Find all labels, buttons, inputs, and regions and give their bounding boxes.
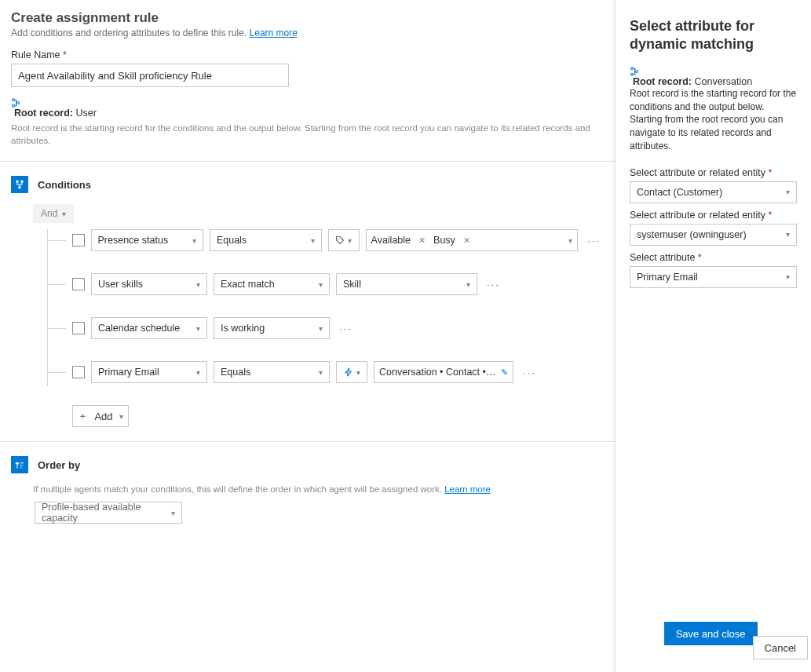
remove-tag-icon[interactable]: ✕ bbox=[415, 236, 429, 246]
chevron-down-icon: ▾ bbox=[356, 368, 360, 377]
order-by-select[interactable]: Profile-based available capacity▾ bbox=[35, 502, 182, 524]
row-checkbox[interactable] bbox=[72, 366, 85, 378]
conditions-section: Conditions And ▾ Presence status▾ Equals… bbox=[0, 161, 615, 427]
conditions-title: Conditions bbox=[38, 179, 91, 191]
conditions-header: Conditions bbox=[11, 176, 604, 193]
svg-point-2 bbox=[17, 102, 20, 104]
svg-point-1 bbox=[13, 104, 15, 107]
value-multiselect[interactable]: Available ✕ Busy ✕ ▾ bbox=[366, 229, 579, 251]
chevron-down-icon: ▾ bbox=[319, 280, 323, 289]
root-record-desc: Root record is the starting record for t… bbox=[11, 122, 604, 147]
dynamic-matching-panel: Select attribute for dynamic matching Ro… bbox=[615, 0, 811, 672]
page-subtitle: Add conditions and ordering attributes t… bbox=[11, 27, 604, 38]
order-by-section: Order by If multiple agents match your c… bbox=[0, 441, 615, 524]
row-checkbox[interactable] bbox=[72, 322, 85, 334]
chevron-down-icon: ▾ bbox=[196, 280, 200, 289]
order-by-icon bbox=[11, 456, 28, 473]
edit-icon[interactable]: ✎ bbox=[501, 367, 508, 378]
condition-row: Calendar schedule▾ Is working▾ ··· bbox=[33, 317, 604, 339]
plus-icon: ＋ bbox=[78, 409, 88, 423]
chevron-down-icon: ▾ bbox=[192, 236, 196, 245]
attribute-select[interactable]: Presence status▾ bbox=[91, 229, 203, 251]
root-record-line: Root record: User bbox=[11, 98, 604, 119]
panel-root-desc: Root record is the starting record for t… bbox=[630, 87, 797, 153]
svg-rect-5 bbox=[19, 186, 21, 188]
chevron-down-icon: ▾ bbox=[119, 412, 123, 421]
panel-root-value: Conversation bbox=[694, 76, 752, 87]
svg-point-9 bbox=[636, 70, 638, 72]
panel-field-select-2[interactable]: systemuser (owninguser)▾ bbox=[630, 224, 797, 246]
operator-select[interactable]: Is working▾ bbox=[214, 317, 330, 339]
subtitle-text: Add conditions and ordering attributes t… bbox=[11, 27, 247, 38]
panel-root-prefix: Root record: bbox=[633, 76, 692, 87]
rule-name-input[interactable] bbox=[11, 64, 289, 87]
dynamic-value-text: Conversation • Contact • User • P... bbox=[379, 367, 498, 378]
tag-icon bbox=[335, 236, 345, 245]
chevron-down-icon: ▾ bbox=[196, 368, 200, 377]
save-and-close-button[interactable]: Save and close bbox=[664, 622, 758, 645]
order-by-learn-more-link[interactable]: Learn more bbox=[444, 484, 491, 494]
panel-field-select-1[interactable]: Contact (Customer)▾ bbox=[630, 181, 797, 203]
order-by-header: Order by bbox=[11, 456, 604, 473]
order-by-title: Order by bbox=[38, 459, 80, 471]
value-select[interactable]: Skill▾ bbox=[336, 273, 477, 295]
value-type-static-button[interactable]: ▾ bbox=[328, 229, 359, 251]
panel-button-row: Save and close Cancel bbox=[630, 622, 797, 659]
svg-point-8 bbox=[631, 73, 634, 75]
add-condition-button[interactable]: ＋ Add ▾ bbox=[72, 405, 129, 427]
condition-row: User skills▾ Exact match▾ Skill▾ ··· bbox=[33, 273, 604, 295]
chevron-down-icon: ▾ bbox=[62, 210, 66, 218]
attribute-select[interactable]: Calendar schedule▾ bbox=[91, 317, 207, 339]
lightning-icon bbox=[344, 367, 353, 377]
svg-rect-4 bbox=[21, 181, 24, 183]
chevron-down-icon: ▾ bbox=[786, 272, 790, 281]
dynamic-value-field[interactable]: Conversation • Contact • User • P... ✎ bbox=[374, 361, 513, 383]
order-by-desc: If multiple agents match your conditions… bbox=[33, 484, 582, 494]
chevron-down-icon: ▾ bbox=[171, 509, 175, 517]
group-operator-label: And bbox=[41, 208, 57, 219]
svg-point-6 bbox=[338, 238, 339, 239]
panel-field-select-3[interactable]: Primary Email▾ bbox=[630, 266, 797, 288]
tag-value: Available bbox=[371, 235, 411, 246]
cancel-button[interactable]: Cancel bbox=[753, 636, 808, 659]
attribute-select[interactable]: Primary Email▾ bbox=[91, 361, 207, 383]
tag-value: Busy bbox=[433, 235, 455, 246]
row-checkbox[interactable] bbox=[72, 278, 85, 290]
row-overflow-menu[interactable]: ··· bbox=[520, 367, 539, 378]
chevron-down-icon: ▾ bbox=[319, 368, 323, 377]
hierarchy-icon bbox=[11, 98, 604, 108]
row-overflow-menu[interactable]: ··· bbox=[484, 279, 503, 290]
conditions-icon bbox=[11, 176, 28, 193]
rule-name-label: Rule Name bbox=[11, 49, 604, 60]
remove-tag-icon[interactable]: ✕ bbox=[460, 236, 473, 246]
operator-select[interactable]: Exact match▾ bbox=[214, 273, 330, 295]
chevron-down-icon: ▾ bbox=[568, 236, 572, 245]
chevron-down-icon: ▾ bbox=[348, 236, 352, 245]
operator-select[interactable]: Equals▾ bbox=[214, 361, 330, 383]
condition-row: Presence status▾ Equals▾ ▾ Available ✕ B… bbox=[33, 229, 604, 251]
main-pane: Create assignment rule Add conditions an… bbox=[0, 0, 615, 672]
learn-more-link[interactable]: Learn more bbox=[250, 27, 298, 38]
chevron-down-icon: ▾ bbox=[786, 188, 790, 196]
add-label: Add bbox=[94, 411, 112, 422]
panel-heading: Select attribute for dynamic matching bbox=[630, 17, 797, 54]
root-record-value: User bbox=[75, 108, 96, 119]
operator-select[interactable]: Equals▾ bbox=[210, 229, 322, 251]
chevron-down-icon: ▾ bbox=[786, 230, 790, 239]
row-overflow-menu[interactable]: ··· bbox=[336, 323, 356, 334]
condition-row: Primary Email▾ Equals▾ ▾ Conversation • … bbox=[33, 361, 604, 383]
attribute-select[interactable]: User skills▾ bbox=[91, 273, 207, 295]
svg-point-7 bbox=[631, 68, 634, 70]
chevron-down-icon: ▾ bbox=[319, 324, 323, 333]
row-checkbox[interactable] bbox=[72, 234, 85, 247]
hierarchy-icon bbox=[630, 67, 797, 76]
panel-field-label: Select attribute bbox=[630, 252, 797, 263]
panel-root-record-line: Root record: Conversation bbox=[630, 67, 797, 87]
page-title: Create assignment rule bbox=[11, 10, 604, 26]
panel-field-label: Select attribute or related entity bbox=[630, 210, 797, 221]
condition-rows: Presence status▾ Equals▾ ▾ Available ✕ B… bbox=[33, 229, 604, 427]
group-operator-button[interactable]: And ▾ bbox=[33, 204, 74, 223]
chevron-down-icon: ▾ bbox=[196, 324, 200, 333]
value-type-dynamic-button[interactable]: ▾ bbox=[336, 361, 367, 383]
row-overflow-menu[interactable]: ··· bbox=[584, 235, 604, 247]
